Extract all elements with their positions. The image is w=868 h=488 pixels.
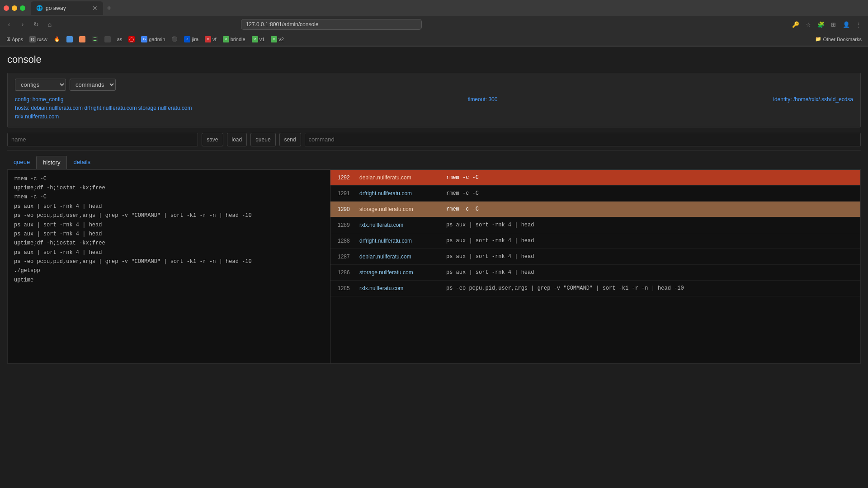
home-button[interactable]: ⌂ [44, 19, 55, 30]
bookmark-v2[interactable]: V v2 [268, 35, 287, 43]
bookmark-star-icon[interactable]: ☆ [803, 19, 814, 30]
extensions-icon[interactable]: 🧩 [816, 19, 826, 30]
history-cmd: ps aux | sort -rnk 4 | head [446, 238, 534, 244]
history-cmd: rmem -c -C [446, 206, 479, 212]
browser-actions: 🔑 ☆ 🧩 ⊞ 👤 ⋮ [790, 19, 864, 30]
history-id: 1290 [338, 206, 354, 212]
command-input[interactable] [305, 133, 861, 146]
history-row[interactable]: 1292 debian.nullferatu.com rmem -c -C [330, 170, 860, 186]
history-row[interactable]: 1290 storage.nullferatu.com rmem -c -C [330, 202, 860, 217]
bookmark-as[interactable]: as [114, 36, 125, 43]
bookmark-brindle[interactable]: V brindle [220, 35, 248, 43]
brindle-label: brindle [231, 37, 245, 42]
tab-history[interactable]: history [36, 156, 67, 169]
load-button[interactable]: load [227, 133, 247, 146]
history-host: drfright.nullferatu.com [359, 190, 441, 197]
history-cmd-line: ps -eo pcpu,pid,user,args | grep -v "COM… [14, 257, 324, 266]
sidebar-icon[interactable]: ⊞ [828, 19, 839, 30]
history-cmd: rmem -c -C [446, 174, 479, 181]
menu-icon[interactable]: ⋮ [854, 19, 864, 30]
browser-chrome: 🌐 go away ✕ + ‹ › ↻ ⌂ 🔑 ☆ 🧩 ⊞ 👤 ⋮ ⊞ Apps… [0, 0, 868, 47]
tab-bar: 🌐 go away ✕ + [0, 0, 868, 16]
vf-icon: V [205, 36, 211, 42]
bookmark-gadmin[interactable]: G gadmin [138, 35, 168, 43]
v2-icon: V [271, 36, 277, 42]
queue-button[interactable]: queue [250, 133, 275, 146]
address-input[interactable] [241, 19, 422, 30]
history-cmd: ps aux | sort -rnk 4 | head [446, 253, 534, 260]
history-cmd-line: ps aux | sort -rnk 4 | head [14, 248, 324, 257]
new-tab-button[interactable]: + [105, 4, 113, 13]
config-dropdowns: configs home_config work_config commands… [15, 79, 853, 91]
forward-button[interactable]: › [17, 19, 28, 30]
minimize-button[interactable] [12, 5, 17, 11]
other-bookmarks[interactable]: 📁 Other Bookmarks [812, 35, 864, 43]
bookmark-b1[interactable] [64, 35, 75, 43]
close-button[interactable] [4, 5, 9, 11]
password-icon[interactable]: 🔑 [790, 19, 801, 30]
other-bookmarks-label: Other Bookmarks [823, 37, 862, 42]
history-panel: rmem -c -C uptime;df -h;iostat -kx;free … [7, 169, 861, 364]
v1-label: v1 [259, 37, 265, 42]
rxsw-label: rxsw [37, 37, 47, 42]
history-host: storage.nullferatu.com [359, 269, 441, 276]
history-cmd: ps aux | sort -rnk 4 | head [446, 269, 534, 276]
browser-tab[interactable]: 🌐 go away ✕ [31, 1, 103, 15]
back-button[interactable]: ‹ [4, 19, 14, 30]
page-title: console [7, 54, 861, 66]
history-id: 1287 [338, 253, 354, 260]
history-host: rxlx.nullferatu.com [359, 222, 441, 228]
tab-favicon: 🌐 [36, 5, 43, 11]
jira-label: jira [192, 37, 198, 42]
bookmark-jira[interactable]: J jira [181, 35, 201, 43]
save-button[interactable]: save [202, 133, 223, 146]
bookmark-b4[interactable] [102, 35, 113, 43]
history-row[interactable]: 1287 debian.nullferatu.com ps aux | sort… [330, 249, 860, 265]
bookmark-github[interactable]: ⚫ [169, 35, 180, 43]
bookmark-v1[interactable]: V v1 [249, 35, 268, 43]
history-cmd: ps -eo pcpu,pid,user,args | grep -v "COM… [446, 285, 684, 291]
v2-label: v2 [278, 37, 284, 42]
history-host: debian.nullferatu.com [359, 253, 441, 260]
command-select[interactable]: commands ps aux uptime [70, 79, 116, 91]
config-section: configs home_config work_config commands… [7, 73, 861, 127]
history-cmd-line: ps -eo pcpu,pid,user,args | grep -v "COM… [14, 211, 324, 220]
config-name: config: home_config [15, 95, 192, 104]
profile-icon[interactable]: 👤 [841, 19, 852, 30]
tab-details[interactable]: details [67, 156, 97, 169]
bookmark-b3[interactable]: ☰ [89, 35, 101, 43]
bookmark-b2[interactable] [76, 35, 88, 43]
send-button[interactable]: send [279, 133, 301, 146]
config-select[interactable]: configs home_config work_config [15, 79, 66, 91]
address-bar-row: ‹ › ↻ ⌂ 🔑 ☆ 🧩 ⊞ 👤 ⋮ [0, 16, 868, 33]
bookmark-fire[interactable]: 🔥 [51, 35, 63, 43]
reload-button[interactable]: ↻ [31, 19, 42, 30]
history-cmd-line: ps aux | sort -rnk 4 | head [14, 202, 324, 211]
history-row[interactable]: 1291 drfright.nullferatu.com rmem -c -C [330, 186, 860, 202]
config-info: config: home_config hosts: debian.nullfe… [15, 95, 853, 122]
history-row[interactable]: 1286 storage.nullferatu.com ps aux | sor… [330, 265, 860, 281]
tab-close-icon[interactable]: ✕ [92, 5, 98, 12]
history-row[interactable]: 1289 rxlx.nullferatu.com ps aux | sort -… [330, 217, 860, 233]
history-id: 1289 [338, 222, 354, 228]
bookmark-apps[interactable]: ⊞ Apps [4, 35, 26, 43]
history-id: 1292 [338, 174, 354, 181]
bookmark-vf[interactable]: V vf [202, 35, 219, 43]
tabs-row: queue history details [7, 156, 861, 169]
history-cmd: ps aux | sort -rnk 4 | head [446, 222, 534, 228]
history-id: 1288 [338, 238, 354, 244]
name-input[interactable] [7, 133, 198, 146]
history-row[interactable]: 1288 drfright.nullferatu.com ps aux | so… [330, 233, 860, 249]
b3-icon: ☰ [92, 36, 98, 42]
bookmark-rxsw[interactable]: R rxsw [27, 35, 50, 43]
history-cmd-line: uptime;df -h;iostat -kx;free [14, 239, 324, 248]
history-id: 1291 [338, 190, 354, 197]
bookmark-b5[interactable]: ◯ [126, 35, 137, 43]
bookmarks-folder-icon: 📁 [815, 36, 821, 42]
tab-queue[interactable]: queue [7, 156, 36, 169]
maximize-button[interactable] [20, 5, 25, 11]
history-host: storage.nullferatu.com [359, 206, 441, 212]
history-row[interactable]: 1285 rxlx.nullferatu.com ps -eo pcpu,pid… [330, 281, 860, 296]
history-id: 1286 [338, 269, 354, 276]
b4-icon [104, 36, 111, 42]
